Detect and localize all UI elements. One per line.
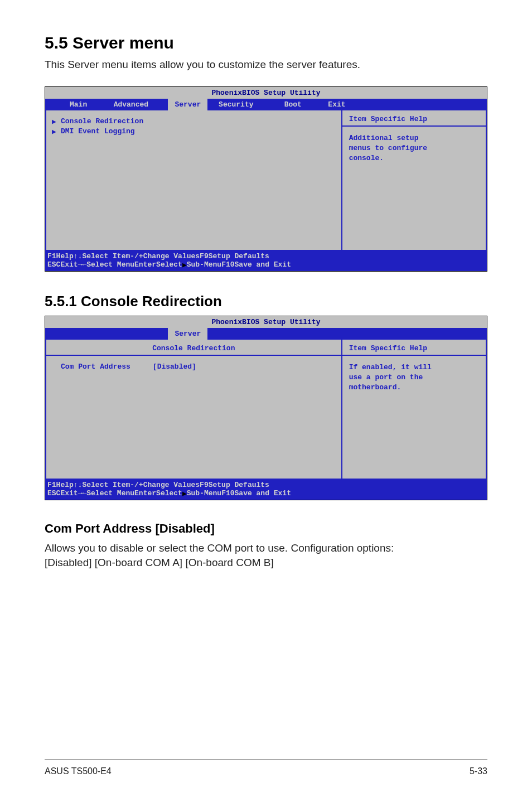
submenu-marker-icon: ▶ [52, 127, 61, 136]
key-arrows-h-label: Select Menu [86, 260, 134, 269]
tab-server[interactable]: Server [168, 99, 207, 110]
tab-server-label: Server [175, 100, 201, 109]
menubar-spacer [45, 328, 63, 340]
menu-item-dmi-event-logging[interactable]: ▶ DMI Event Logging [52, 127, 336, 136]
key-esc: ESC [47, 489, 60, 498]
key-arrows-v: ↑↓ [74, 252, 83, 260]
tab-server-label: Server [175, 330, 201, 338]
key-f1-label: Help [56, 481, 74, 489]
bios-title: PhoenixBIOS Setup Utility [45, 316, 487, 328]
tab-boot[interactable]: Boot [278, 99, 322, 110]
key-enter: Enter [134, 260, 156, 269]
key-enter-label-b: Sub-Menu [187, 260, 221, 269]
bios-body: ▶ Console Redirection ▶ DMI Event Loggin… [45, 110, 487, 251]
key-f1-label: Help [56, 252, 74, 260]
tab-exit-label: Exit [328, 100, 345, 109]
bios-help-panel: Item Specific Help If enabled, it will u… [341, 340, 487, 480]
bios-left-panel: Console Redirection ▶ Com Port Address [… [45, 340, 341, 480]
section-heading: 5.5 Server menu [45, 33, 487, 52]
bios-title: PhoenixBIOS Setup Utility [45, 87, 487, 99]
key-f10-label: Save and Exit [235, 489, 291, 498]
key-f9-label: Setup Defaults [209, 252, 269, 260]
footer-page-number: 5-33 [470, 766, 487, 776]
bios-left-panel: ▶ Console Redirection ▶ DMI Event Loggin… [45, 110, 341, 251]
key-minus-plus: -/+ [130, 252, 143, 260]
bios-help-panel: Item Specific Help Additional setup menu… [341, 110, 487, 251]
footer-row-2: ESC Exit →← Select Menu Enter Select ▶ S… [47, 260, 485, 269]
tab-boot-label: Boot [284, 100, 302, 109]
menu-item-label: DMI Event Logging [61, 127, 135, 136]
tab-main-label: Main [70, 100, 87, 109]
key-f9-label: Setup Defaults [209, 481, 269, 489]
page-footer: ASUS TS500-E4 5-33 [45, 759, 487, 776]
key-enter-label-a: Select [156, 260, 182, 269]
subsection-heading: 5.5.1 Console Redirection [45, 293, 487, 310]
option-heading: Com Port Address [Disabled] [45, 521, 487, 536]
key-enter: Enter [134, 489, 156, 498]
panel-subheading: Console Redirection [46, 340, 341, 356]
key-f1: F1 [47, 252, 56, 260]
key-f10: F10 [221, 260, 234, 269]
bios-key-footer: F1 Help ↑↓ Select Item -/+ Change Values… [45, 251, 487, 271]
key-arrows-v-label: Select Item [82, 252, 130, 260]
setting-com-port-address[interactable]: ▶ Com Port Address [Disabled] [52, 363, 336, 371]
key-arrows-h: →← [78, 489, 87, 498]
setting-value: [Disabled] [153, 363, 196, 371]
footer-product: ASUS TS500-E4 [45, 766, 112, 776]
bios-menubar: Main Advanced Server Security Boot Exit [45, 99, 487, 110]
key-arrows-v-label: Select Item [82, 481, 130, 489]
menu-item-console-redirection[interactable]: ▶ Console Redirection [52, 117, 336, 126]
bios-screenshot-server-menu: PhoenixBIOS Setup Utility Main Advanced … [45, 86, 487, 272]
key-esc: ESC [47, 260, 60, 269]
submenu-marker-icon: ▶ [182, 489, 187, 498]
key-f9: F9 [200, 481, 209, 489]
key-arrows-h: →← [78, 260, 87, 269]
section-intro: This Server menu items allow you to cust… [45, 58, 487, 72]
bios-screenshot-console-redirection: PhoenixBIOS Setup Utility Main Advanced … [45, 316, 487, 500]
key-esc-label: Exit [60, 260, 78, 269]
menu-item-label: Console Redirection [61, 117, 143, 125]
submenu-marker-icon: ▶ [52, 117, 61, 126]
footer-row-1: F1 Help ↑↓ Select Item -/+ Change Values… [47, 481, 485, 489]
footer-row-2: ESC Exit →← Select Menu Enter Select ▶ S… [47, 489, 485, 498]
tab-security[interactable]: Security [207, 99, 277, 110]
help-text: If enabled, it will use a port on the mo… [342, 356, 486, 395]
option-text-1: Allows you to disable or select the COM … [45, 542, 487, 555]
key-f10: F10 [221, 489, 234, 498]
tab-main[interactable]: Main [63, 99, 107, 110]
key-f9: F9 [200, 252, 209, 260]
key-esc-label: Exit [60, 489, 78, 498]
key-arrows-v: ↑↓ [74, 481, 83, 489]
footer-row-1: F1 Help ↑↓ Select Item -/+ Change Values… [47, 252, 485, 260]
bios-rows: ▶ Com Port Address [Disabled] [46, 356, 341, 479]
option-text-2: [Disabled] [On-board COM A] [On-board CO… [45, 556, 487, 570]
key-minus-plus-label: Change Values [143, 481, 200, 489]
tab-server[interactable]: Server [168, 328, 207, 340]
key-minus-plus: -/+ [130, 481, 143, 489]
bios-key-footer: F1 Help ↑↓ Select Item -/+ Change Values… [45, 480, 487, 500]
key-f10-label: Save and Exit [235, 260, 291, 269]
tab-advanced[interactable]: Advanced [107, 99, 168, 110]
key-f1: F1 [47, 481, 56, 489]
tab-exit[interactable]: Exit [321, 99, 352, 110]
key-arrows-h-label: Select Menu [86, 489, 134, 498]
help-header: Item Specific Help [342, 110, 486, 127]
help-header: Item Specific Help [342, 340, 486, 356]
bios-body: Console Redirection ▶ Com Port Address [… [45, 340, 487, 480]
key-enter-label-a: Select [156, 489, 182, 498]
help-text: Additional setup menus to configure cons… [342, 127, 486, 166]
key-minus-plus-label: Change Values [143, 252, 200, 260]
tab-security-label: Security [219, 100, 253, 109]
bios-menubar: Main Advanced Server [45, 328, 487, 340]
submenu-marker-icon: ▶ [182, 260, 187, 269]
tab-advanced-label: Advanced [114, 100, 148, 109]
bios-rows: ▶ Console Redirection ▶ DMI Event Loggin… [46, 110, 341, 250]
setting-label: Com Port Address [61, 363, 130, 371]
key-enter-label-b: Sub-Menu [187, 489, 221, 498]
menubar-spacer [45, 99, 63, 110]
